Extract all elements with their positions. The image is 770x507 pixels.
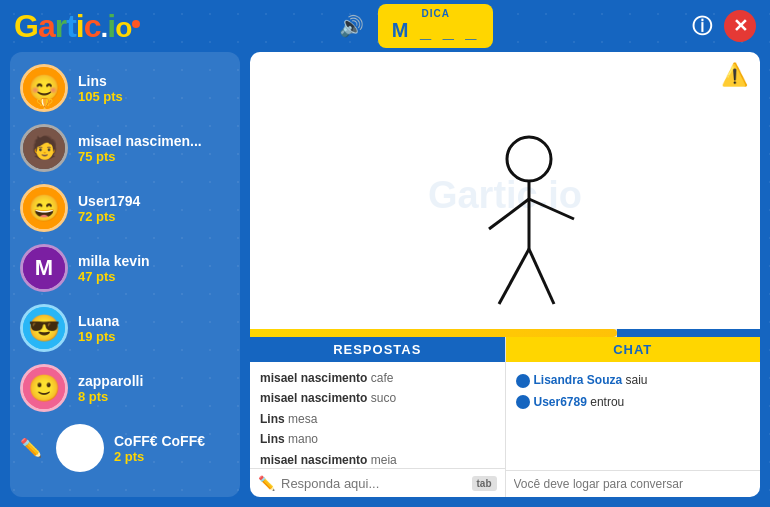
player-info: milla kevin 47 pts — [78, 253, 150, 284]
player-item-zapparolli[interactable]: 🙂 zapparolli 8 pts — [10, 358, 240, 418]
player-info: CoFF€ CoFF€ 2 pts — [114, 433, 205, 464]
chat-msg-icon — [516, 374, 530, 388]
svg-line-2 — [489, 199, 529, 229]
player-avatar: M — [20, 244, 68, 292]
player-item-lins[interactable]: 😊🏆 Lins 105 pts — [10, 58, 240, 118]
chat-user: User6789 — [534, 395, 587, 409]
player-avatar: 🙂 — [20, 364, 68, 412]
chat-msg-icon — [516, 395, 530, 409]
dica-box: DICA M _ _ _ — [378, 4, 494, 48]
respostas-list: misael nascimento cafemisael nascimento … — [250, 362, 505, 468]
player-info: Luana 19 pts — [78, 313, 119, 344]
player-pts: 75 pts — [78, 149, 202, 164]
resp-item: Lins mesa — [260, 409, 495, 429]
player-item-coffe[interactable]: ✏️ CoFF€ CoFF€ 2 pts — [10, 418, 240, 478]
warning-icon: ⚠️ — [721, 62, 748, 88]
chat-action: entrou — [590, 395, 624, 409]
dica-word: M _ _ _ — [392, 19, 480, 42]
player-pts: 105 pts — [78, 89, 123, 104]
canvas-area: Gartic.io ⚠️ — [250, 52, 760, 337]
player-pts: 47 pts — [78, 269, 150, 284]
player-info: zapparolli 8 pts — [78, 373, 143, 404]
player-name: Lins — [78, 73, 123, 89]
player-pts: 19 pts — [78, 329, 119, 344]
resp-author: misael nascimento — [260, 391, 367, 405]
player-info: Lins 105 pts — [78, 73, 123, 104]
player-pts: 72 pts — [78, 209, 140, 224]
drawing-pencil-icon: ✏️ — [20, 437, 42, 459]
resp-item: misael nascimento suco — [260, 388, 495, 408]
player-pts: 2 pts — [114, 449, 205, 464]
pencil-icon: ✏️ — [258, 475, 275, 491]
chat-message: Lisandra Souza saiu — [516, 370, 751, 392]
resp-input-area[interactable]: ✏️ tab — [250, 468, 505, 497]
resp-item: Lins mano — [260, 429, 495, 449]
player-name: Luana — [78, 313, 119, 329]
stick-figure — [469, 129, 589, 329]
player-item-luana[interactable]: 😎 Luana 19 pts — [10, 298, 240, 358]
chat-action: saiu — [626, 373, 648, 387]
resp-word: suco — [371, 391, 396, 405]
resp-word: mano — [288, 432, 318, 446]
chat-message: User6789 entrou — [516, 392, 751, 414]
player-name: CoFF€ CoFF€ — [114, 433, 205, 449]
chat-panel: CHAT Lisandra Souza saiuUser6789 entrou — [506, 337, 761, 497]
chat-header: CHAT — [506, 337, 761, 362]
resp-word: mesa — [288, 412, 317, 426]
progress-remaining — [617, 329, 760, 337]
right-section: Gartic.io ⚠️ — [250, 52, 760, 497]
volume-icon[interactable]: 🔊 — [339, 14, 364, 38]
player-name: User1794 — [78, 193, 140, 209]
player-item-user1794[interactable]: 😄 User1794 72 pts — [10, 178, 240, 238]
respostas-panel: RESPOSTAS misael nascimento cafemisael n… — [250, 337, 506, 497]
info-icon[interactable]: ⓘ — [692, 13, 712, 40]
top-center: 🔊 DICA M _ _ _ — [339, 4, 494, 48]
player-avatar: 😊🏆 — [20, 64, 68, 112]
player-avatar — [56, 424, 104, 472]
svg-line-4 — [499, 249, 529, 304]
progress-bar — [250, 329, 760, 337]
dica-label: DICA — [392, 8, 480, 19]
svg-line-5 — [529, 249, 554, 304]
resp-input[interactable] — [281, 476, 466, 491]
resp-word: cafe — [371, 371, 394, 385]
resp-item: misael nascimento meia — [260, 450, 495, 468]
player-name: milla kevin — [78, 253, 150, 269]
svg-line-3 — [529, 199, 574, 219]
player-item-milla[interactable]: M milla kevin 47 pts — [10, 238, 240, 298]
player-name: zapparolli — [78, 373, 143, 389]
player-info: misael nascimen... 75 pts — [78, 133, 202, 164]
chat-messages: Lisandra Souza saiuUser6789 entrou — [506, 362, 761, 470]
resp-author: Lins — [260, 412, 285, 426]
progress-fill — [250, 329, 617, 337]
player-item-misael[interactable]: 🧑 misael nascimen... 75 pts — [10, 118, 240, 178]
logo: Gartic.io — [14, 8, 140, 45]
resp-item: misael nascimento cafe — [260, 368, 495, 388]
chat-input[interactable] — [514, 477, 753, 491]
chat-input-area[interactable] — [506, 470, 761, 497]
top-bar: Gartic.io 🔊 DICA M _ _ _ ⓘ ✕ — [0, 0, 770, 52]
sidebar: 😊🏆 Lins 105 pts 🧑 misael nascimen... 75 … — [10, 52, 240, 497]
svg-point-0 — [507, 137, 551, 181]
bottom-panels: RESPOSTAS misael nascimento cafemisael n… — [250, 337, 760, 497]
player-avatar: 😎 — [20, 304, 68, 352]
resp-author: misael nascimento — [260, 371, 367, 385]
resp-author: Lins — [260, 432, 285, 446]
resp-author: misael nascimento — [260, 453, 367, 467]
tab-badge: tab — [472, 476, 497, 491]
close-button[interactable]: ✕ — [724, 10, 756, 42]
player-avatar: 😄 — [20, 184, 68, 232]
player-info: User1794 72 pts — [78, 193, 140, 224]
player-avatar: 🧑 — [20, 124, 68, 172]
top-right: ⓘ ✕ — [692, 10, 756, 42]
respostas-header: RESPOSTAS — [250, 337, 505, 362]
player-name: misael nascimen... — [78, 133, 202, 149]
resp-word: meia — [371, 453, 397, 467]
chat-user: Lisandra Souza — [534, 373, 623, 387]
main-content: 😊🏆 Lins 105 pts 🧑 misael nascimen... 75 … — [0, 52, 770, 507]
player-pts: 8 pts — [78, 389, 143, 404]
